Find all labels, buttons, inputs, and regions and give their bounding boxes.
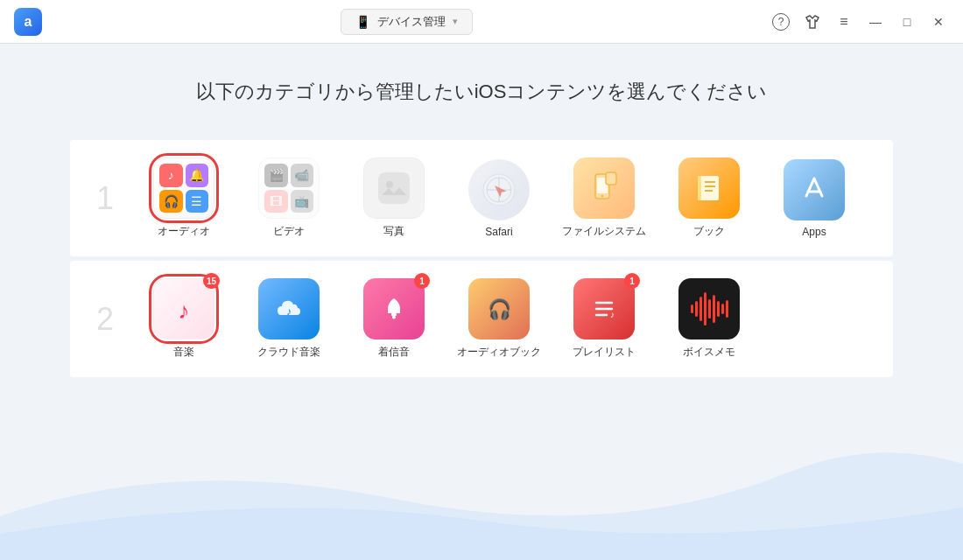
audiobook-label: オーディオブック: [457, 345, 541, 360]
device-selector[interactable]: 📱 デバイス管理 ▾: [341, 9, 473, 35]
voicememo-icon-wrapper: [678, 278, 740, 340]
svg-text:♪: ♪: [286, 305, 292, 318]
book-icon-wrapper: [678, 158, 740, 219]
titlebar: a 📱 デバイス管理 ▾ ? ≡ — □ ✕: [0, 0, 963, 44]
menu-button[interactable]: ≡: [833, 11, 854, 32]
mini-film-icon: 🎬: [264, 164, 288, 187]
category-item-filesystem[interactable]: ファイルシステム: [560, 158, 648, 239]
svg-text:♪: ♪: [179, 298, 190, 324]
category-item-playlist[interactable]: ♪ 1 プレイリスト: [560, 278, 648, 360]
app-logo: a: [14, 8, 42, 36]
audio-icon: ♪ 🔔 🎧 ☰: [153, 158, 214, 219]
section-divider: [70, 258, 893, 259]
category-item-safari[interactable]: Safari: [455, 159, 543, 238]
category-item-ringtone[interactable]: 1 着信音: [350, 278, 438, 360]
category-item-video[interactable]: 🎬 📹 🎞 📺 ビデオ: [245, 158, 333, 239]
audio-label: オーディオ: [158, 224, 210, 239]
audiobook-icon: 🎧: [468, 278, 530, 340]
voicememo-label: ボイスメモ: [683, 345, 735, 360]
svg-rect-18: [796, 172, 833, 208]
minimize-button[interactable]: —: [865, 11, 886, 32]
category-section-2: 2 ♪ 15 音楽: [70, 261, 893, 377]
music-label: 音楽: [173, 345, 194, 360]
music-icon: ♪: [153, 278, 214, 340]
apps-icon: [784, 159, 845, 220]
category-item-audiobook[interactable]: 🎧 オーディオブック: [455, 278, 543, 360]
mini-rec-icon: 🎞: [264, 190, 288, 214]
mini-bell-icon: 🔔: [186, 164, 209, 187]
apps-icon-wrapper: [784, 159, 845, 220]
bg-decoration: [0, 385, 963, 560]
category-item-audio[interactable]: ♪ 🔔 🎧 ☰ オーディオ: [140, 158, 228, 239]
items-grid-2: ♪ 15 音楽 ♪: [140, 278, 753, 360]
playlist-icon-wrapper: ♪ 1: [573, 278, 635, 340]
step-2: 2: [96, 301, 131, 338]
video-label: ビデオ: [273, 224, 305, 239]
category-item-music[interactable]: ♪ 15 音楽: [140, 278, 228, 360]
svg-text:♪: ♪: [610, 310, 615, 319]
waveform: [691, 292, 728, 326]
safari-icon-wrapper: [468, 159, 530, 220]
svg-rect-0: [378, 172, 410, 204]
svg-rect-14: [698, 176, 701, 200]
category-row-1: 1 ♪ 🔔 🎧 ☰ オーディオ: [96, 158, 867, 239]
category-section-1: 1 ♪ 🔔 🎧 ☰ オーディオ: [70, 140, 893, 256]
photo-label: 写真: [383, 224, 404, 239]
apps-label: Apps: [802, 226, 826, 238]
mini-tv-icon: 📺: [291, 190, 314, 214]
svg-rect-11: [606, 172, 616, 185]
category-item-cloud-music[interactable]: ♪ クラウド音楽: [245, 278, 333, 360]
cloud-music-icon-wrapper: ♪: [258, 278, 320, 340]
photo-icon-wrapper: [363, 158, 425, 219]
video-icon-wrapper: 🎬 📹 🎞 📺: [258, 158, 320, 219]
photo-icon: [363, 158, 425, 219]
ringtone-icon: [363, 278, 425, 340]
filesystem-icon-wrapper: [573, 158, 635, 219]
filesystem-icon: [573, 158, 635, 219]
playlist-badge: 1: [624, 273, 640, 289]
svg-point-1: [386, 181, 393, 188]
category-item-book[interactable]: ブック: [665, 158, 753, 239]
cloud-music-icon: ♪: [258, 278, 320, 340]
main-content: 以下のカテゴリから管理したいiOSコンテンツを選んでください 1 ♪ 🔔 🎧 ☰: [0, 44, 963, 405]
cloud-music-label: クラウド音楽: [257, 345, 320, 360]
shirt-button[interactable]: [802, 11, 823, 32]
page-title: 以下のカテゴリから管理したいiOSコンテンツを選んでください: [70, 79, 893, 105]
music-icon-wrapper: ♪ 15: [153, 278, 214, 340]
audiobook-icon-wrapper: 🎧: [468, 278, 530, 340]
ringtone-label: 着信音: [378, 345, 410, 360]
music-badge: 15: [203, 273, 220, 289]
category-row-2: 2 ♪ 15 音楽: [96, 278, 867, 360]
svg-point-26: [392, 316, 396, 319]
svg-point-10: [601, 195, 604, 198]
mini-music-icon: ♪: [159, 164, 183, 187]
ringtone-icon-wrapper: 1: [363, 278, 425, 340]
device-label: デバイス管理: [377, 14, 446, 30]
book-icon: [678, 158, 740, 219]
voicememo-icon: [678, 278, 740, 340]
close-button[interactable]: ✕: [928, 11, 949, 32]
safari-label: Safari: [485, 226, 512, 238]
mini-audiobook-icon: 🎧: [159, 190, 183, 214]
mini-list-icon: ☰: [186, 190, 209, 214]
step-1: 1: [96, 180, 131, 217]
playlist-icon: ♪: [573, 278, 635, 340]
category-item-apps[interactable]: Apps: [770, 159, 858, 238]
items-grid-1: ♪ 🔔 🎧 ☰ オーディオ 🎬 📹 🎞: [140, 158, 858, 239]
filesystem-label: ファイルシステム: [562, 224, 646, 239]
book-label: ブック: [693, 224, 725, 239]
window-controls: ? ≡ — □ ✕: [770, 11, 949, 32]
ringtone-badge: 1: [414, 273, 430, 289]
video-icon: 🎬 📹 🎞 📺: [258, 158, 320, 219]
dropdown-icon: ▾: [453, 16, 458, 27]
svg-text:🎧: 🎧: [488, 298, 512, 321]
category-item-voicememo[interactable]: ボイスメモ: [665, 278, 753, 360]
maximize-button[interactable]: □: [896, 11, 917, 32]
help-button[interactable]: ?: [770, 11, 791, 32]
safari-icon: [468, 159, 530, 220]
playlist-label: プレイリスト: [573, 345, 636, 360]
audio-icon-wrapper: ♪ 🔔 🎧 ☰: [153, 158, 214, 219]
mini-video-icon: 📹: [291, 164, 314, 187]
category-item-photo[interactable]: 写真: [350, 158, 438, 239]
